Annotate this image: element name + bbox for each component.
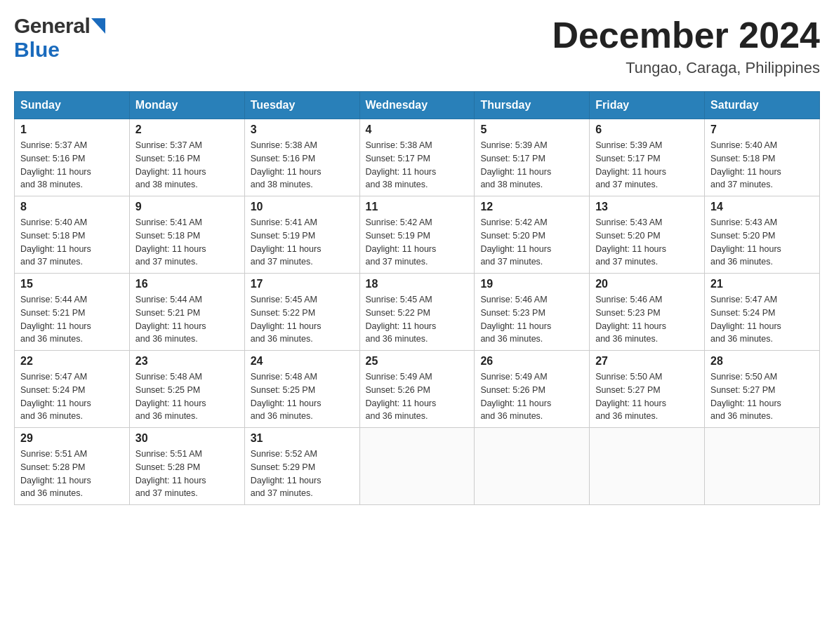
calendar-week-row: 29Sunrise: 5:51 AMSunset: 5:28 PMDayligh…	[15, 428, 820, 505]
day-number: 2	[135, 123, 239, 136]
day-info: Sunrise: 5:46 AMSunset: 5:23 PMDaylight:…	[595, 293, 699, 346]
calendar-day-cell: 30Sunrise: 5:51 AMSunset: 5:28 PMDayligh…	[129, 428, 244, 505]
day-number: 17	[251, 278, 354, 290]
calendar-week-row: 15Sunrise: 5:44 AMSunset: 5:21 PMDayligh…	[15, 274, 820, 351]
calendar-day-cell: 13Sunrise: 5:43 AMSunset: 5:20 PMDayligh…	[590, 196, 705, 274]
calendar-day-cell: 6Sunrise: 5:39 AMSunset: 5:17 PMDaylight…	[590, 119, 705, 196]
calendar-day-cell	[705, 428, 820, 505]
weekday-header-tuesday: Tuesday	[244, 92, 359, 119]
calendar-day-cell	[359, 428, 475, 505]
weekday-header-wednesday: Wednesday	[359, 92, 475, 119]
day-number: 23	[135, 355, 239, 368]
day-number: 6	[595, 123, 699, 136]
day-number: 21	[710, 278, 814, 290]
weekday-header-friday: Friday	[590, 92, 705, 119]
calendar-day-cell: 17Sunrise: 5:45 AMSunset: 5:22 PMDayligh…	[244, 274, 359, 351]
day-number: 4	[366, 123, 469, 136]
day-number: 16	[135, 278, 239, 290]
day-number: 26	[480, 355, 583, 368]
day-number: 11	[366, 201, 469, 213]
logo: General Blue	[14, 14, 105, 62]
day-info: Sunrise: 5:37 AMSunset: 5:16 PMDaylight:…	[135, 139, 239, 192]
day-info: Sunrise: 5:41 AMSunset: 5:18 PMDaylight:…	[135, 216, 239, 269]
day-number: 29	[20, 432, 124, 445]
calendar-day-cell: 27Sunrise: 5:50 AMSunset: 5:27 PMDayligh…	[590, 351, 705, 428]
day-info: Sunrise: 5:42 AMSunset: 5:19 PMDaylight:…	[366, 216, 469, 269]
calendar-day-cell: 31Sunrise: 5:52 AMSunset: 5:29 PMDayligh…	[244, 428, 359, 505]
calendar-day-cell: 25Sunrise: 5:49 AMSunset: 5:26 PMDayligh…	[359, 351, 475, 428]
day-number: 27	[595, 355, 699, 368]
weekday-header-row: SundayMondayTuesdayWednesdayThursdayFrid…	[15, 92, 820, 119]
day-info: Sunrise: 5:39 AMSunset: 5:17 PMDaylight:…	[480, 139, 583, 192]
day-number: 3	[251, 123, 354, 136]
day-info: Sunrise: 5:48 AMSunset: 5:25 PMDaylight:…	[135, 370, 239, 423]
calendar-day-cell: 23Sunrise: 5:48 AMSunset: 5:25 PMDayligh…	[129, 351, 244, 428]
day-number: 5	[480, 123, 583, 136]
day-info: Sunrise: 5:42 AMSunset: 5:20 PMDaylight:…	[480, 216, 583, 269]
calendar-day-cell: 8Sunrise: 5:40 AMSunset: 5:18 PMDaylight…	[15, 196, 130, 274]
day-info: Sunrise: 5:45 AMSunset: 5:22 PMDaylight:…	[251, 293, 354, 346]
calendar-day-cell: 5Sunrise: 5:39 AMSunset: 5:17 PMDaylight…	[475, 119, 590, 196]
svg-marker-0	[91, 18, 105, 34]
day-info: Sunrise: 5:47 AMSunset: 5:24 PMDaylight:…	[20, 370, 124, 423]
day-number: 14	[710, 201, 814, 213]
weekday-header-sunday: Sunday	[15, 92, 130, 119]
weekday-header-thursday: Thursday	[475, 92, 590, 119]
day-info: Sunrise: 5:49 AMSunset: 5:26 PMDaylight:…	[480, 370, 583, 423]
day-info: Sunrise: 5:51 AMSunset: 5:28 PMDaylight:…	[135, 448, 239, 500]
location-title: Tungao, Caraga, Philippines	[552, 59, 820, 77]
month-title: December 2024	[552, 14, 820, 56]
calendar-day-cell: 24Sunrise: 5:48 AMSunset: 5:25 PMDayligh…	[244, 351, 359, 428]
calendar-day-cell: 15Sunrise: 5:44 AMSunset: 5:21 PMDayligh…	[15, 274, 130, 351]
calendar-day-cell: 20Sunrise: 5:46 AMSunset: 5:23 PMDayligh…	[590, 274, 705, 351]
logo-arrow-icon	[91, 18, 105, 34]
calendar-day-cell: 3Sunrise: 5:38 AMSunset: 5:16 PMDaylight…	[244, 119, 359, 196]
day-number: 12	[480, 201, 583, 213]
day-info: Sunrise: 5:44 AMSunset: 5:21 PMDaylight:…	[20, 293, 124, 346]
weekday-header-saturday: Saturday	[705, 92, 820, 119]
day-number: 24	[251, 355, 354, 368]
day-info: Sunrise: 5:41 AMSunset: 5:19 PMDaylight:…	[251, 216, 354, 269]
day-info: Sunrise: 5:48 AMSunset: 5:25 PMDaylight:…	[251, 370, 354, 423]
calendar-table: SundayMondayTuesdayWednesdayThursdayFrid…	[14, 91, 820, 505]
calendar-day-cell: 7Sunrise: 5:40 AMSunset: 5:18 PMDaylight…	[705, 119, 820, 196]
calendar-body: 1Sunrise: 5:37 AMSunset: 5:16 PMDaylight…	[15, 119, 820, 505]
day-info: Sunrise: 5:46 AMSunset: 5:23 PMDaylight:…	[480, 293, 583, 346]
calendar-day-cell: 18Sunrise: 5:45 AMSunset: 5:22 PMDayligh…	[359, 274, 475, 351]
calendar-day-cell: 1Sunrise: 5:37 AMSunset: 5:16 PMDaylight…	[15, 119, 130, 196]
day-info: Sunrise: 5:47 AMSunset: 5:24 PMDaylight:…	[710, 293, 814, 346]
day-number: 18	[366, 278, 469, 290]
day-info: Sunrise: 5:40 AMSunset: 5:18 PMDaylight:…	[710, 139, 814, 192]
calendar-day-cell: 26Sunrise: 5:49 AMSunset: 5:26 PMDayligh…	[475, 351, 590, 428]
calendar-day-cell: 9Sunrise: 5:41 AMSunset: 5:18 PMDaylight…	[129, 196, 244, 274]
calendar-day-cell: 16Sunrise: 5:44 AMSunset: 5:21 PMDayligh…	[129, 274, 244, 351]
day-number: 8	[20, 201, 124, 213]
day-number: 28	[710, 355, 814, 368]
calendar-week-row: 8Sunrise: 5:40 AMSunset: 5:18 PMDaylight…	[15, 196, 820, 274]
day-number: 20	[595, 278, 699, 290]
day-info: Sunrise: 5:45 AMSunset: 5:22 PMDaylight:…	[366, 293, 469, 346]
day-info: Sunrise: 5:51 AMSunset: 5:28 PMDaylight:…	[20, 448, 124, 500]
logo-general-text: General	[14, 14, 90, 38]
calendar-day-cell: 12Sunrise: 5:42 AMSunset: 5:20 PMDayligh…	[475, 196, 590, 274]
day-info: Sunrise: 5:43 AMSunset: 5:20 PMDaylight:…	[710, 216, 814, 269]
day-number: 13	[595, 201, 699, 213]
day-number: 31	[251, 432, 354, 445]
day-number: 25	[366, 355, 469, 368]
day-info: Sunrise: 5:38 AMSunset: 5:17 PMDaylight:…	[366, 139, 469, 192]
day-info: Sunrise: 5:40 AMSunset: 5:18 PMDaylight:…	[20, 216, 124, 269]
day-number: 22	[20, 355, 124, 368]
calendar-day-cell	[475, 428, 590, 505]
day-info: Sunrise: 5:37 AMSunset: 5:16 PMDaylight:…	[20, 139, 124, 192]
day-number: 9	[135, 201, 239, 213]
day-number: 1	[20, 123, 124, 136]
calendar-day-cell: 10Sunrise: 5:41 AMSunset: 5:19 PMDayligh…	[244, 196, 359, 274]
weekday-header-monday: Monday	[129, 92, 244, 119]
page-header: General Blue December 2024 Tungao, Carag…	[14, 14, 820, 77]
day-info: Sunrise: 5:43 AMSunset: 5:20 PMDaylight:…	[595, 216, 699, 269]
day-number: 15	[20, 278, 124, 290]
day-info: Sunrise: 5:50 AMSunset: 5:27 PMDaylight:…	[595, 370, 699, 423]
calendar-day-cell: 28Sunrise: 5:50 AMSunset: 5:27 PMDayligh…	[705, 351, 820, 428]
calendar-day-cell: 29Sunrise: 5:51 AMSunset: 5:28 PMDayligh…	[15, 428, 130, 505]
day-info: Sunrise: 5:50 AMSunset: 5:27 PMDaylight:…	[710, 370, 814, 423]
